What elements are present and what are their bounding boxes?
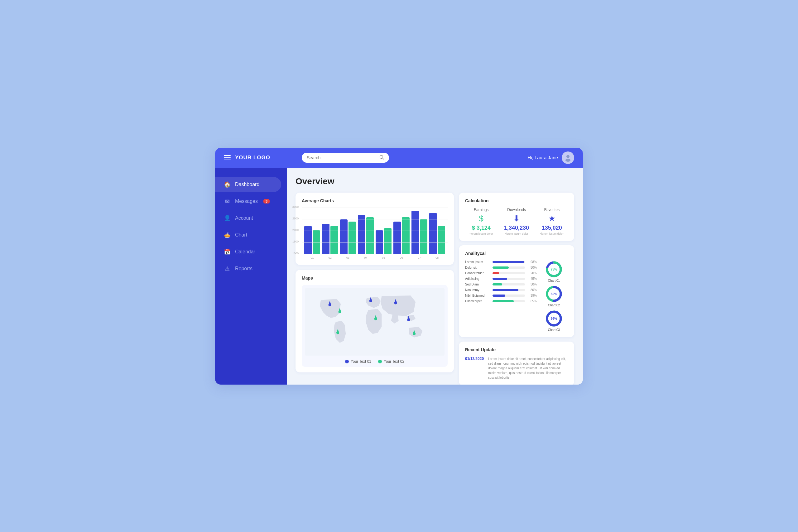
downloads-label: Downloads — [500, 208, 532, 212]
bar-list-fill — [493, 300, 514, 302]
avg-charts-card: Average Charts 30002500200015001000 0102… — [296, 193, 454, 265]
bar-list-pct: 20% — [528, 271, 537, 275]
app-shell: YOUR LOGO Hi, Laura Jane 🏠 Dashboard ✉ M… — [215, 148, 583, 385]
calculation-title: Calculation — [465, 198, 568, 203]
sidebar-item-messages[interactable]: ✉ Messages 3 — [215, 194, 281, 209]
donut-chart: 96% — [545, 309, 563, 327]
bar-list-fill — [493, 294, 505, 297]
right-column: Calculation Earnings $ $ 3,124 *lorem ip… — [459, 193, 574, 385]
bar-list-pct: 50% — [528, 266, 537, 269]
bar-blue — [412, 211, 419, 254]
bar-group — [322, 224, 338, 254]
sidebar-label-chart: Chart — [235, 232, 247, 238]
sidebar-item-account[interactable]: 👤 Account — [215, 211, 281, 226]
account-icon: 👤 — [224, 215, 231, 222]
messages-icon: ✉ — [224, 198, 231, 205]
favorites-value: 135,020 — [536, 225, 568, 231]
search-icon — [379, 155, 384, 160]
recent-update-card: Recent Update 01/12/2020 Lorem ipsum dol… — [459, 342, 574, 385]
badge-messages: 3 — [263, 199, 270, 204]
sidebar-label-reports: Reports — [235, 266, 252, 271]
donut-item: 96% Chart 03 — [545, 309, 563, 331]
analytical-bar-item: Ullamcorper 65% — [465, 300, 537, 303]
bar-blue — [340, 220, 347, 254]
search-box — [302, 153, 389, 163]
calculation-card: Calculation Earnings $ $ 3,124 *lorem ip… — [459, 193, 574, 241]
analytical-bar-list: Lorem ipsum 98% Dolor sit 50% Consectetu… — [465, 260, 537, 331]
bar-blue — [358, 215, 365, 254]
sidebar-item-calendar[interactable]: 📅 Calendar — [215, 244, 281, 259]
left-column: Average Charts 30002500200015001000 0102… — [296, 193, 454, 385]
donut-label: Chart 03 — [548, 328, 560, 331]
bar-list-pct: 30% — [528, 283, 537, 286]
bar-list-label: Adipiscing — [465, 277, 490, 281]
analytical-bar-item: Consectetuer 20% — [465, 271, 537, 275]
earnings-sub: *lorem ipsum dolor — [465, 232, 497, 235]
calendar-icon: 📅 — [224, 248, 231, 255]
legend-label: Your Text 02 — [384, 359, 404, 364]
bar-chart: 30002500200015001000 0102030405060708 — [302, 208, 448, 259]
bar-green — [420, 220, 428, 254]
bar-list-wrap — [493, 266, 525, 269]
downloads-sub: *lorem ipsum dolor — [500, 232, 532, 235]
earnings-value: $ 3,124 — [465, 225, 497, 231]
bar-list-fill — [493, 266, 509, 269]
header: YOUR LOGO Hi, Laura Jane — [215, 148, 583, 168]
page-title: Overview — [296, 176, 574, 186]
search-input[interactable] — [307, 155, 377, 160]
favorites-label: Favorites — [536, 208, 568, 212]
donut-label: Chart 02 — [548, 304, 560, 307]
main-content: Overview Average Charts 3000250020001500… — [287, 168, 583, 385]
analytical-bar-item: Nonummy 80% — [465, 288, 537, 292]
dashboard-icon: 🏠 — [224, 181, 231, 188]
chart-area: 30002500200015001000 — [302, 208, 448, 254]
analytical-bar-item: Lorem ipsum 98% — [465, 260, 537, 264]
bar-list-wrap — [493, 261, 525, 263]
sidebar-item-chart[interactable]: 🥧 Chart — [215, 228, 281, 243]
bar-green — [330, 226, 338, 254]
recent-update: 01/12/2020 Lorem ipsum dolor sit amet, c… — [465, 357, 568, 380]
avg-charts-title: Average Charts — [302, 198, 448, 203]
analytical-bar-item: Nibh Euismod 39% — [465, 294, 537, 297]
bar-group — [340, 220, 356, 254]
hamburger-icon[interactable] — [224, 155, 231, 160]
avatar[interactable] — [562, 151, 574, 164]
chart-label: 07 — [412, 256, 428, 259]
donut-item: 75% Chart 01 — [545, 260, 563, 282]
recent-update-title: Recent Update — [465, 347, 568, 352]
legend-label: Your Text 01 — [351, 359, 371, 364]
analytical-card: Analitycal Lorem ipsum 98% Dolor sit 50%… — [459, 245, 574, 337]
sidebar-item-dashboard[interactable]: 🏠 Dashboard — [215, 177, 281, 192]
donut-chart: 50% — [545, 285, 563, 303]
maps-card: Maps — [296, 270, 454, 373]
downloads-value: 1,340,230 — [500, 225, 532, 231]
chart-label: 04 — [358, 256, 374, 259]
bar-list-fill — [493, 272, 499, 274]
update-text: Lorem ipsum dolor sit amet, consectetuer… — [488, 357, 568, 380]
bar-blue — [376, 230, 383, 254]
sidebar: 🏠 Dashboard ✉ Messages 3👤 Account 🥧 Char… — [215, 168, 287, 385]
bar-blue — [322, 224, 329, 254]
donut-label: Chart 01 — [548, 279, 560, 282]
sidebar-label-account: Account — [235, 215, 253, 221]
header-right: Hi, Laura Jane — [528, 151, 574, 164]
bar-list-label: Dolor sit — [465, 266, 490, 269]
bar-group — [429, 213, 445, 254]
svg-point-2 — [566, 155, 570, 158]
sidebar-item-reports[interactable]: ⚠ Reports — [215, 261, 281, 276]
svg-text:96%: 96% — [551, 317, 557, 320]
update-date: 01/12/2020 — [465, 357, 484, 380]
chart-labels: 0102030405060708 — [302, 254, 448, 259]
svg-line-1 — [383, 158, 384, 159]
sidebar-label-dashboard: Dashboard — [235, 182, 259, 187]
bar-list-wrap — [493, 283, 525, 285]
bar-green — [402, 217, 409, 254]
reports-icon: ⚠ — [224, 265, 231, 272]
bar-list-wrap — [493, 278, 525, 280]
bar-blue — [429, 213, 437, 254]
donut-chart: 75% — [545, 260, 563, 278]
calc-favorites: Favorites ★ 135,020 *lorem ipsum dolor — [536, 208, 568, 235]
star-icon: ★ — [536, 214, 568, 224]
chart-label: 03 — [340, 256, 356, 259]
bar-list-pct: 65% — [528, 300, 537, 303]
